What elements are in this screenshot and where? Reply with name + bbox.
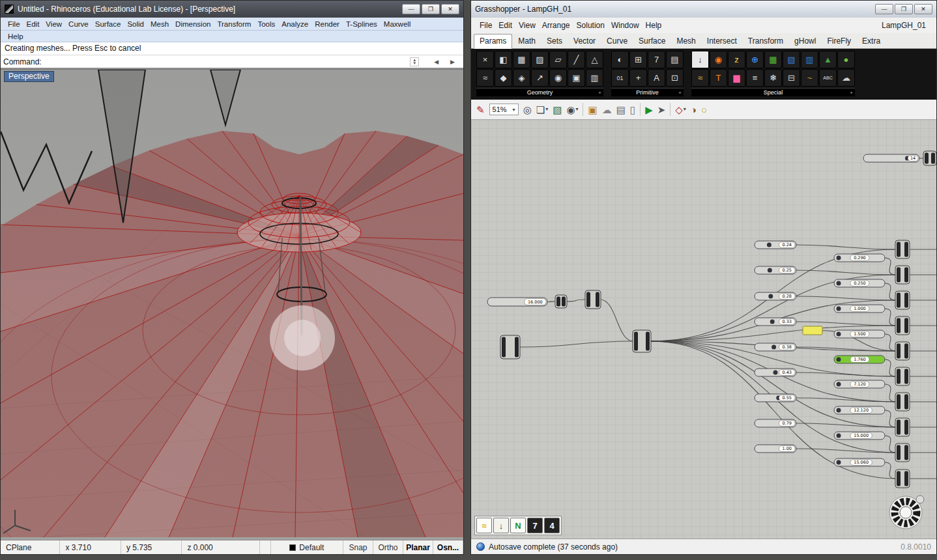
panel-node[interactable] (803, 326, 822, 335)
expression-icon[interactable]: z (728, 51, 745, 68)
menu-file[interactable]: File (5, 20, 23, 29)
perspective-viewport[interactable]: Perspective (1, 69, 463, 540)
tab-extra[interactable]: Extra (857, 35, 886, 48)
value-slider-node[interactable]: 0.290 (834, 254, 885, 262)
plane-param-icon[interactable]: ▱ (549, 51, 567, 68)
gh-menu-file[interactable]: File (476, 20, 495, 31)
tab-curve[interactable]: Curve (601, 35, 633, 48)
menu-surface[interactable]: Surface (92, 20, 124, 29)
menu-curve[interactable]: Curve (65, 20, 92, 29)
gh-menu-view[interactable]: View (515, 20, 539, 31)
ribbon-group-expand-icon[interactable]: + (598, 90, 601, 96)
tab-intersect[interactable]: Intersect (702, 35, 742, 48)
menu-edit[interactable]: Edit (23, 20, 43, 29)
bake-icon[interactable]: ▣ (588, 105, 597, 115)
component-node[interactable] (555, 295, 567, 308)
digit-seven-icon[interactable]: 7 (648, 51, 665, 68)
number-slider-node[interactable]: 0.43 (755, 369, 796, 376)
ribbon-group-label-geometry[interactable]: Geometry+ (476, 88, 603, 96)
value-list-icon[interactable]: ≡ (746, 69, 764, 87)
colour-param-icon[interactable]: ⊡ (666, 69, 684, 87)
value-slider-node[interactable]: 15.060 (834, 458, 885, 466)
value-slider-node[interactable]: 1.000 (834, 305, 885, 313)
value-slider-node[interactable]: 1.760 (834, 356, 885, 363)
command-input-line[interactable]: Command: ▲▼ ◀ ▶ (1, 55, 463, 69)
value-slider-node[interactable]: 15.000 (834, 432, 885, 440)
component-node[interactable] (895, 316, 910, 335)
number-slider-node[interactable]: 0.24 (755, 241, 796, 249)
ribbon-group-label-primitive[interactable]: Primitive+ (611, 88, 684, 96)
box-param-icon[interactable]: ▣ (568, 69, 585, 87)
definition-canvas[interactable]: 16.0000.240.250.280.330.380.430.550.791.… (471, 120, 936, 539)
restore-button[interactable]: ❐ (422, 4, 440, 14)
value-slider-node[interactable]: 1.500 (834, 330, 885, 338)
line-param-icon[interactable]: ╱ (568, 51, 585, 68)
gh-menu-window[interactable]: Window (608, 20, 642, 31)
component-node[interactable] (895, 393, 910, 411)
image-sampler-icon[interactable]: ▧ (783, 51, 800, 68)
command-history-line[interactable]: Creating meshes... Press Esc to cancel (1, 42, 463, 55)
history-back-icon[interactable]: ◀ (428, 59, 444, 65)
component-node[interactable] (895, 240, 910, 259)
digit-four-tile-icon[interactable]: 4 (544, 518, 560, 533)
menu-t-splines[interactable]: T-Splines (343, 20, 381, 29)
recompute-play-icon[interactable]: ▶ (645, 105, 653, 115)
mesh-param-icon[interactable]: ▦ (513, 51, 530, 68)
tab-mesh[interactable]: Mesh (671, 35, 700, 48)
menu-tools[interactable]: Tools (254, 20, 278, 29)
galapagos-icon[interactable]: ≈ (691, 69, 709, 87)
menu-help[interactable]: Help (5, 32, 27, 41)
value-slider-node[interactable]: 12.120 (834, 406, 885, 414)
number-slider-node[interactable]: 0.55 (755, 394, 796, 402)
ribbon-group-label-special[interactable]: Special+ (691, 88, 855, 96)
status-toggle-snap[interactable]: Snap (343, 540, 373, 554)
preview-shaded-icon[interactable]: ◑ (691, 105, 697, 115)
minimize-button[interactable]: — (875, 4, 893, 14)
sphere-preview-icon[interactable]: ● (837, 51, 855, 68)
geometry-param-icon[interactable]: △ (586, 51, 603, 68)
sketch-favourites-icon[interactable]: ≈ (476, 518, 492, 533)
cluster-balloon-icon[interactable]: ☁ (602, 105, 612, 115)
cloud-display-icon[interactable]: ☁ (837, 69, 855, 87)
vector-param-icon[interactable]: ↗ (531, 69, 549, 87)
preview-rendered-icon[interactable]: ○ (701, 105, 707, 115)
gradient-icon[interactable]: ◉ (710, 51, 727, 68)
command-history-spinner[interactable]: ▲▼ (410, 57, 419, 66)
tab-surface[interactable]: Surface (633, 35, 670, 48)
text-param-icon[interactable]: A (648, 69, 665, 87)
component-node[interactable] (895, 367, 910, 385)
import-coordinates-icon[interactable]: ↓ (691, 51, 709, 68)
history-forward-icon[interactable]: ▶ (444, 59, 461, 65)
cplane-cell[interactable]: CPlane (1, 540, 60, 554)
menu-solid[interactable]: Solid (124, 20, 147, 29)
navigator-map-icon[interactable]: ▧ (553, 105, 562, 115)
number-slider-node[interactable]: 0.28 (755, 292, 796, 300)
status-toggle-osn[interactable]: Osn... (433, 540, 463, 554)
number-slider-node[interactable]: 0.33 (755, 318, 796, 326)
minimize-button[interactable]: — (402, 4, 420, 14)
region-zoom-icon[interactable]: ❏▾ (536, 105, 548, 115)
tab-vector[interactable]: Vector (568, 35, 601, 48)
remote-panel-icon[interactable]: ▯ (630, 105, 635, 115)
molecule-icon[interactable]: ⊕ (746, 51, 764, 68)
scribble-icon[interactable]: ABC (819, 69, 837, 87)
number-slider-node[interactable]: 14 (863, 154, 919, 162)
gh-menu-solution[interactable]: Solution (573, 20, 608, 31)
gh-menu-edit[interactable]: Edit (495, 20, 515, 31)
integer-param-icon[interactable]: 01 (611, 69, 629, 87)
component-node[interactable] (895, 443, 910, 462)
boolean-param-icon[interactable]: ◐ (611, 51, 629, 68)
menu-maxwell[interactable]: Maxwell (381, 20, 414, 29)
component-node[interactable] (500, 335, 520, 359)
number-slider-node[interactable]: 0.25 (755, 266, 796, 274)
gh-menu-arrange[interactable]: Arrange (539, 20, 573, 31)
tab-math[interactable]: Math (513, 35, 541, 48)
sketch-pen-icon[interactable]: ✎ (476, 105, 485, 115)
ribbon-group-expand-icon[interactable]: + (850, 90, 853, 96)
menu-dimension[interactable]: Dimension (172, 20, 214, 29)
tab-firefly[interactable]: FireFly (822, 35, 856, 48)
landscape-chart-icon[interactable]: ▲ (819, 51, 837, 68)
component-node[interactable] (895, 418, 910, 436)
field-param-icon[interactable]: ◈ (513, 69, 530, 87)
tab-params[interactable]: Params (474, 34, 512, 49)
